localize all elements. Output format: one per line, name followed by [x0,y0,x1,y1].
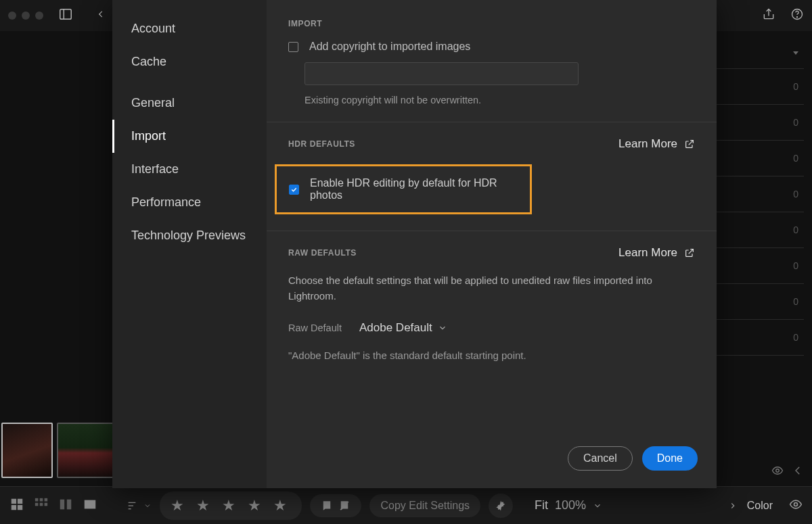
sidebar-item-technology-previews[interactable]: Technology Previews [112,219,267,252]
svg-point-6 [776,469,780,473]
svg-rect-7 [12,498,16,503]
help-icon[interactable] [790,7,804,24]
svg-rect-12 [40,498,43,501]
maximize-window-dot[interactable] [35,11,43,20]
copyright-checkbox[interactable] [288,42,298,52]
hdr-enable-checkbox[interactable] [289,185,299,195]
copyright-hint: Existing copyright will not be overwritt… [304,95,695,105]
svg-rect-17 [60,499,64,509]
filmstrip-right-controls [771,465,804,479]
fit-value: 100% [555,498,586,513]
gear-button[interactable] [489,494,513,518]
section-divider [267,122,717,122]
copy-settings-button[interactable]: Copy Edit Settings [369,494,480,517]
fit-label: Fit [535,498,548,513]
svg-rect-19 [85,500,96,508]
hdr-enable-label: Enable HDR editing by default for HDR ph… [310,177,518,201]
preferences-content: IMPORT Add copyright to imported images … [267,0,717,488]
svg-rect-14 [35,502,39,506]
color-label: Color [747,500,773,512]
raw-default-select[interactable]: Adobe Default [359,321,447,335]
grid-large-icon[interactable] [9,497,24,515]
svg-rect-9 [12,504,16,509]
svg-rect-13 [45,498,48,501]
learn-more-raw[interactable]: Learn More [618,246,695,260]
sidebar-item-general[interactable]: General [112,87,267,120]
svg-point-4 [797,17,798,18]
svg-point-25 [794,502,798,506]
hdr-highlight-box: Enable HDR editing by default for HDR ph… [275,164,532,214]
eye-icon[interactable] [771,465,784,479]
sort-control[interactable] [125,500,152,511]
section-title-hdr: HDR DEFAULTS [288,139,355,149]
external-link-icon [684,139,695,149]
svg-rect-8 [18,498,22,503]
external-link-icon [684,247,695,258]
sidebar-item-import[interactable]: Import [112,120,267,153]
svg-marker-5 [793,51,798,55]
color-panel-toggle[interactable]: Color [728,498,803,514]
dialog-buttons: Cancel Done [568,446,698,471]
eye-icon[interactable] [789,498,803,514]
svg-rect-18 [67,499,71,509]
zoom-control[interactable]: Fit 100% [535,498,602,513]
bottom-toolbar: ★ ★ ★ ★ ★ Copy Edit Settings Fit 100% Co… [0,486,812,524]
raw-default-label: Raw Default [288,323,342,333]
thumbnail[interactable] [1,423,53,478]
sidebar-item-interface[interactable]: Interface [112,153,267,186]
svg-rect-15 [40,502,43,506]
single-view-icon[interactable] [83,497,97,515]
learn-more-hdr[interactable]: Learn More [618,137,695,151]
chevron-right-icon [728,501,738,510]
flag-filter[interactable] [310,494,361,517]
view-mode-group [9,497,97,515]
back-chevron-icon[interactable] [96,9,106,22]
panel-toggle-icon[interactable] [58,7,73,24]
svg-rect-0 [60,9,72,20]
chevron-down-icon [593,501,602,510]
raw-description: Choose the default settings that will be… [288,273,695,304]
rating-filter[interactable]: ★ ★ ★ ★ ★ [160,492,302,520]
compare-view-icon[interactable] [58,497,73,515]
close-window-dot[interactable] [8,11,16,20]
svg-rect-16 [45,502,48,506]
window-controls[interactable] [8,11,43,20]
raw-default-hint: "Adobe Default" is the standard default … [288,350,695,361]
cancel-button[interactable]: Cancel [568,446,633,471]
copyright-input[interactable] [304,62,579,85]
copyright-label: Add copyright to imported images [309,41,470,53]
section-title-raw: RAW DEFAULTS [288,248,357,258]
done-button[interactable]: Done [642,446,698,471]
minimize-window-dot[interactable] [22,11,30,20]
sidebar-item-cache[interactable]: Cache [112,45,267,78]
preferences-dialog: Account Cache General Import Interface P… [112,0,717,488]
svg-rect-10 [18,504,22,509]
preferences-sidebar: Account Cache General Import Interface P… [112,0,267,488]
sidebar-item-performance[interactable]: Performance [112,186,267,219]
sidebar-item-account[interactable]: Account [112,12,267,45]
section-title-import: IMPORT [288,19,695,28]
section-divider [267,231,717,231]
chevron-down-icon [438,323,447,333]
svg-rect-11 [35,498,39,501]
grid-small-icon[interactable] [34,497,49,515]
share-icon[interactable] [762,7,775,24]
collapse-right-icon[interactable] [792,465,804,479]
